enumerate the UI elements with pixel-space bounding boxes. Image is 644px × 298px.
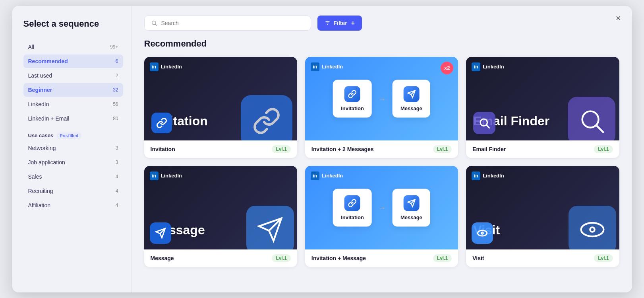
sidebar-item-beginner-count: 32 [113,87,118,93]
sidebar-item-affiliation[interactable]: Affiliation 4 [23,199,123,212]
sidebar-item-linkedin-email[interactable]: LinkedIn + Email 80 [23,112,123,125]
svg-point-7 [582,111,598,127]
filter-icon [325,20,331,26]
search-input[interactable] [161,20,304,26]
step-card-invitation: Invitation [333,80,372,117]
sidebar-item-linkedin-count: 56 [113,101,118,107]
arrow-right-icon: → [378,94,386,103]
pre-filled-badge: Pre-filled [56,132,81,139]
step-message-label: Message [400,105,422,111]
sidebar-item-recommended-label: Recommended [28,58,68,64]
linkedin-tag-inv2msg: in LinkedIn [311,62,343,71]
card-inv2msg-image: in LinkedIn x2 Invitation → [305,57,458,140]
step-card-message-2: Message [393,189,430,226]
linkedin-icon: in [150,62,159,71]
sidebar-item-networking-label: Networking [28,145,56,151]
step-invitation-label: Invitation [341,105,364,111]
sidebar-item-sales-label: Sales [28,173,42,180]
sidebar-item-affiliation-count: 4 [116,203,118,208]
filter-plus-icon: + [351,19,355,27]
cards-grid: in LinkedIn Invitation Invitation Lvl [144,57,619,267]
sidebar-item-all[interactable]: All 99+ [23,40,123,54]
message-icon-large [246,206,294,249]
card-invmsg-footer: Invitation + Message Lvl.1 [305,249,458,267]
step-card-invitation-2: Invitation [333,189,372,226]
linkedin-tag-email: in LinkedIn [472,62,504,71]
card-email-finder[interactable]: in LinkedIn Email Finder Email Finder Lv… [466,57,619,158]
sidebar-item-all-label: All [28,44,35,50]
sidebar-item-last-used-label: Last used [28,72,52,79]
visit-icon-small [472,222,493,244]
sidebar-item-sales-count: 4 [116,174,118,179]
card-invitation-2-messages[interactable]: in LinkedIn x2 Invitation → [305,57,458,158]
linkedin-label-6: LinkedIn [483,173,504,179]
sidebar-item-all-count: 99+ [110,44,118,50]
card-message-footer: Message Lvl.1 [144,249,297,267]
sidebar-item-linkedin-email-count: 80 [113,116,118,121]
sidebar-item-linkedin[interactable]: LinkedIn 56 [23,97,123,111]
email-finder-icon-small [473,112,495,134]
card-invitation-message[interactable]: in LinkedIn Invitation → [305,166,458,267]
card-message-name: Message [151,255,174,261]
card-visit[interactable]: in LinkedIn Visit Visit Lvl.1 [466,166,619,267]
main-content: Filter + Recommended in LinkedIn Invitat… [132,6,632,292]
chain-icon-large [241,95,292,140]
card-message-level: Lvl.1 [272,254,290,262]
sidebar-item-sales[interactable]: Sales 4 [23,170,123,183]
sidebar-item-beginner[interactable]: Beginner 32 [23,83,123,97]
linkedin-icon-3: in [472,62,480,71]
step-message-label-2: Message [400,214,422,220]
card-invmsg-name: Invitation + Message [311,255,366,261]
email-finder-icon-large [568,97,615,140]
card-invitation[interactable]: in LinkedIn Invitation Invitation Lvl [144,57,297,158]
svg-point-12 [590,227,594,232]
sidebar-item-networking[interactable]: Networking 3 [23,141,123,155]
sidebar-item-recruiting[interactable]: Recruiting 4 [23,184,123,198]
card-email-footer: Email Finder Lvl.1 [466,140,619,158]
card-visit-footer: Visit Lvl.1 [466,249,619,267]
svg-point-11 [581,223,603,236]
top-bar: Filter + [144,16,619,31]
sidebar-item-recommended[interactable]: Recommended 6 [23,55,123,68]
use-cases-label: Use cases [28,132,54,138]
x2-badge: x2 [441,62,453,74]
card-visit-level: Lvl.1 [594,254,613,262]
message-icon-small [150,222,171,244]
svg-line-8 [597,126,603,132]
modal: Select a sequence All 99+ Recommended 6 … [12,6,632,292]
sidebar: Select a sequence All 99+ Recommended 6 … [12,6,132,292]
sidebar-item-last-used-count: 2 [116,73,118,78]
card-inv2msg-name: Invitation + 2 Messages [311,146,374,152]
svg-line-1 [155,24,157,26]
close-button[interactable]: × [616,14,621,23]
linkedin-icon-5: in [311,171,319,180]
card-invitation-footer: Invitation Lvl.1 [144,140,297,158]
sidebar-item-networking-count: 3 [116,145,118,151]
linkedin-label: LinkedIn [161,64,182,70]
card-email-level: Lvl.1 [594,145,613,153]
card-email-name: Email Finder [472,146,506,152]
two-step-container: Invitation → Message [333,80,430,117]
linkedin-tag-invmsg: in LinkedIn [311,171,343,180]
linkedin-label-3: LinkedIn [483,64,504,70]
section-title: Recommended [144,39,619,49]
card-invmsg-image: in LinkedIn Invitation → [305,166,458,249]
sidebar-item-last-used[interactable]: Last used 2 [23,69,123,82]
sidebar-item-affiliation-label: Affiliation [28,202,51,208]
svg-point-9 [478,230,487,236]
filter-button[interactable]: Filter + [317,16,362,31]
search-box[interactable] [144,16,311,31]
search-icon [151,20,157,26]
sidebar-item-job-application[interactable]: Job application 3 [23,156,123,169]
card-invitation-image: in LinkedIn Invitation [144,57,297,140]
card-inv2msg-footer: Invitation + 2 Messages Lvl.1 [305,140,458,158]
card-message[interactable]: in LinkedIn Message Message Lvl.1 [144,166,297,267]
sidebar-item-recommended-count: 6 [116,58,118,64]
card-message-image: in LinkedIn Message [144,166,297,249]
sidebar-item-job-application-label: Job application [28,159,65,166]
card-email-image: in LinkedIn Email Finder [466,57,619,140]
chain-icon-small [151,113,172,133]
card-invitation-level: Lvl.1 [272,145,290,153]
sidebar-item-recruiting-label: Recruiting [28,188,53,194]
use-cases-section: Use cases Pre-filled [28,132,123,139]
